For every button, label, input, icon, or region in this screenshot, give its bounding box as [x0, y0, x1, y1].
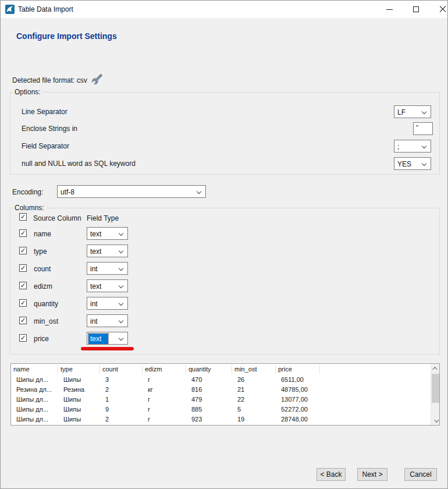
line-separator-label: Line Separator	[22, 108, 67, 116]
col-header[interactable]: edizm	[143, 365, 186, 374]
line-separator-select[interactable]: LF	[394, 105, 431, 118]
col-header[interactable]: type	[58, 365, 100, 374]
preview-table-header: name type count edizm quantity min_ost p…	[11, 364, 439, 374]
table-row[interactable]: Шипы дл... Шипы 1 г 479 22 13077,00	[11, 394, 439, 404]
page-title: Configure Import Settings	[16, 31, 117, 41]
field-separator-label: Field Separator	[22, 142, 69, 150]
cell: 2	[100, 386, 143, 393]
back-button[interactable]: < Back	[317, 468, 346, 481]
titlebar: Table Data Import	[1, 1, 447, 18]
column-row-count: count int	[10, 262, 439, 275]
close-button[interactable]	[434, 1, 448, 18]
column-name-label: count	[34, 265, 51, 273]
null-keyword-label: null and NULL word as SQL keyword	[22, 160, 136, 168]
column-name-label: min_ost	[34, 317, 58, 325]
field-type-select[interactable]: int	[87, 262, 128, 275]
cell: Шипы дл...	[11, 406, 58, 413]
column-name-label: edizm	[34, 282, 52, 290]
col-header-filler	[320, 365, 439, 374]
columns-legend: Columns:	[13, 204, 46, 212]
scroll-down-icon	[434, 417, 439, 422]
cell: Шипы дл...	[11, 376, 58, 383]
table-row[interactable]: Шипы дл... Шипы 9 г 885 5 52272,00	[11, 404, 439, 414]
cell: г	[143, 406, 186, 413]
field-type-select[interactable]: int	[87, 297, 128, 310]
column-checkbox[interactable]	[19, 282, 27, 289]
column-row-price: price text	[10, 332, 439, 345]
column-row-name: name text	[10, 227, 439, 240]
cell: кг	[143, 386, 186, 393]
wrench-icon[interactable]	[91, 73, 103, 85]
enclose-strings-input[interactable]: "	[413, 122, 433, 135]
mysql-app-icon	[5, 5, 15, 14]
cell: 21	[232, 386, 276, 393]
scroll-down-button[interactable]	[431, 416, 440, 425]
field-type-select[interactable]: text	[87, 227, 128, 240]
column-name-label: price	[34, 335, 49, 343]
column-checkbox[interactable]	[19, 317, 27, 324]
chevron-down-icon	[119, 231, 123, 236]
encoding-label: Encoding:	[12, 188, 43, 196]
field-type-header: Field Type	[87, 214, 119, 222]
column-name-label: name	[34, 230, 51, 238]
minimize-icon	[386, 9, 393, 10]
chevron-down-icon	[422, 161, 426, 166]
cell: 479	[186, 396, 232, 403]
field-type-select[interactable]: text	[87, 245, 128, 257]
table-row[interactable]: Шипы дл... Шипы 3 г 470 26 6511,00	[11, 374, 439, 384]
scrollbar-thumb[interactable]	[432, 374, 439, 403]
chevron-down-icon	[119, 318, 123, 323]
cell: 1	[100, 396, 143, 403]
window-title: Table Data Import	[18, 5, 73, 13]
cancel-button[interactable]: Cancel	[404, 468, 437, 481]
column-checkbox[interactable]	[19, 229, 27, 237]
cell: 52272,00	[276, 406, 320, 413]
cell: Шипы	[58, 416, 100, 423]
cell: Резина дл...	[11, 386, 58, 393]
col-header[interactable]: quantity	[186, 365, 232, 374]
maximize-button[interactable]	[407, 1, 425, 18]
next-button[interactable]: Next >	[357, 468, 387, 481]
options-groupbox: Options: Line Separator LF Enclose Strin…	[10, 92, 440, 175]
chevron-down-icon	[119, 249, 123, 253]
chevron-down-icon	[119, 266, 123, 271]
column-checkbox[interactable]	[19, 334, 27, 342]
cell: 26	[232, 376, 276, 383]
encoding-select[interactable]: utf-8	[57, 185, 206, 198]
table-row[interactable]: Шипы дл... Шипы 2 г 923 19 28748,00	[11, 414, 439, 424]
field-separator-select[interactable]: ;	[394, 140, 431, 153]
chevron-down-icon	[119, 284, 123, 288]
field-type-select[interactable]: text	[87, 279, 128, 292]
column-row-edizm: edizm text	[10, 279, 439, 292]
cell: 923	[186, 416, 232, 423]
cell: Шипы	[58, 406, 100, 413]
detected-format-label: Detected file format: csv	[12, 76, 87, 84]
null-keyword-select[interactable]: YES	[394, 157, 431, 170]
cell: г	[143, 396, 186, 403]
chevron-down-icon	[422, 109, 426, 114]
source-column-header: Source Column	[33, 214, 81, 222]
cell: 5	[232, 406, 276, 413]
scroll-up-button[interactable]	[431, 364, 440, 373]
vertical-scrollbar[interactable]	[431, 364, 439, 425]
column-row-quantity: quantity int	[10, 297, 439, 310]
cell: Резина	[58, 386, 100, 393]
select-all-checkbox[interactable]	[19, 213, 27, 221]
column-checkbox[interactable]	[19, 299, 27, 307]
annotation-red-underline	[81, 347, 134, 350]
field-type-select-price-focused[interactable]: text	[87, 332, 128, 345]
cell: 19	[232, 416, 276, 423]
table-row[interactable]: Резина дл... Резина 2 кг 816 21 48785,00	[11, 384, 439, 394]
col-header[interactable]: price	[276, 365, 320, 374]
col-header[interactable]: count	[100, 365, 143, 374]
minimize-button[interactable]	[381, 1, 398, 18]
col-header[interactable]: name	[11, 365, 58, 374]
chevron-down-icon	[119, 301, 123, 306]
field-type-select[interactable]: int	[87, 314, 128, 327]
chevron-down-icon	[119, 336, 123, 341]
enclose-strings-label: Enclose Strings in	[22, 125, 77, 133]
col-header[interactable]: min_ost	[232, 365, 276, 374]
column-checkbox[interactable]	[19, 264, 27, 272]
cell: Шипы дл...	[11, 416, 58, 423]
column-checkbox[interactable]	[19, 247, 27, 254]
